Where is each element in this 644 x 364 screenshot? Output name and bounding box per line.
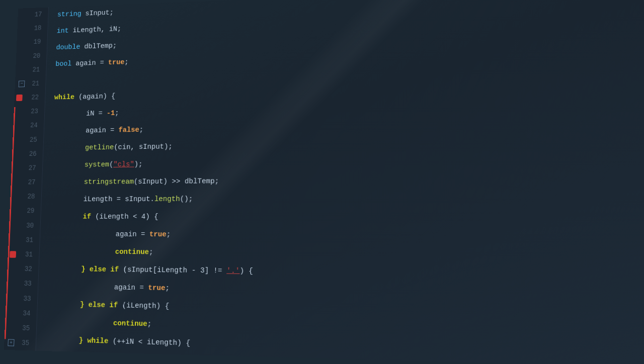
line-num-21-blank: 21 — [16, 62, 47, 77]
code-editor: 17 18 19 20 21 − 21 22 23 24 25 26 27 27 — [4, 0, 644, 364]
token-kw-continue2: continue — [46, 313, 147, 333]
token-plain: iN = — [53, 105, 107, 123]
line-num-33a: 33 — [7, 276, 38, 291]
token-plain: ; — [139, 122, 143, 139]
token-plain: ); — [134, 156, 143, 173]
editor-window: 17 18 19 20 21 − 21 22 23 24 25 26 27 27 — [0, 0, 644, 364]
fold-icon[interactable]: − — [19, 80, 25, 87]
token-plain: iLength = sInput. — [50, 191, 154, 208]
token-plain: again = — [53, 122, 119, 140]
code-line-27b: if (iLength < 4) { — [50, 208, 644, 227]
token-plain: ) { — [239, 262, 253, 281]
token-plain: (iLength) { — [118, 297, 170, 316]
token-plain — [48, 260, 82, 279]
code-content: string sInput; int iLength, iN; double d… — [36, 0, 644, 364]
token-kw-continue: continue — [48, 243, 149, 262]
token-fn: stringstream — [84, 173, 134, 191]
line-num-31a: 31 — [8, 233, 40, 247]
token-val: true — [108, 54, 125, 71]
token-plain: again = — [49, 226, 149, 244]
token-plain — [45, 331, 79, 350]
line-num-35b: + 35 — [4, 335, 36, 350]
token-str: "cls" — [113, 156, 134, 174]
line-num-18: 18 — [17, 21, 48, 36]
breakpoint-marker-31[interactable] — [10, 251, 16, 258]
token-val: true — [148, 280, 166, 298]
token-plain: sInput; — [81, 5, 114, 22]
token-plain: (sInput[iLength - 3] != — [119, 261, 227, 281]
token-fn: isdigit — [129, 351, 159, 364]
line-num-34: 34 — [5, 306, 37, 321]
token-plain: (again) { — [74, 88, 115, 106]
token-plain: again = — [71, 55, 109, 72]
token-val: true — [149, 226, 167, 243]
line-num-25: 25 — [13, 132, 44, 147]
token-plain: ; — [147, 315, 151, 333]
token-kw-elseif2: } else if — [46, 296, 118, 315]
token-plain: (iLength < 4) { — [91, 208, 158, 226]
token-plain: ; — [166, 226, 171, 244]
token-kw-elseif: } else if — [81, 261, 119, 279]
token-plain: (sInput[iN])) { — [159, 352, 225, 364]
line-num-32: 32 — [7, 261, 39, 277]
token-plain: dblTemp; — [80, 38, 117, 55]
token-fn: getline — [85, 139, 114, 157]
line-num-22: 22 — [14, 90, 45, 105]
token-type: double — [56, 39, 80, 56]
token-str: '.' — [226, 262, 240, 281]
token-plain: ( — [120, 351, 129, 364]
token-plain: (cin, sInput); — [114, 138, 173, 156]
token-type: bool — [55, 56, 72, 73]
line-num-28: 28 — [10, 190, 42, 204]
token-type: string — [57, 6, 82, 23]
token-plain: (++iN < iLength) { — [108, 333, 191, 353]
line-num-20: 20 — [16, 49, 47, 63]
line-num-33b: 33 — [6, 291, 38, 306]
line-num-19: 19 — [17, 35, 47, 49]
token-plain — [51, 174, 84, 192]
line-num-35a: 35 — [5, 320, 37, 336]
line-num-27b: 27 — [11, 175, 42, 190]
token-plain: ; — [115, 105, 119, 122]
fold-icon-35[interactable]: + — [8, 339, 14, 346]
token-plain — [51, 157, 85, 174]
token-plain — [52, 140, 86, 157]
token-type: int — [56, 23, 69, 40]
line-num-26: 26 — [12, 147, 43, 161]
token-plain — [44, 349, 112, 364]
token-kw-if2: if — [112, 351, 121, 364]
token-val: -1 — [106, 105, 115, 122]
token-plain: (sInput) >> dblTemp; — [133, 173, 219, 191]
code-line-27a: iLength = sInput.length(); — [50, 189, 644, 208]
line-num-24: 24 — [13, 118, 44, 133]
token-plain: ; — [124, 54, 129, 71]
line-num-30: 30 — [9, 218, 41, 233]
token-plain: ; — [149, 244, 153, 261]
token-plain: (); — [180, 191, 193, 208]
token-plain: again = — [47, 278, 148, 297]
line-num-17: 17 — [18, 7, 48, 22]
token-kw-while2: } while — [78, 332, 109, 350]
line-num-31b: 31 — [8, 247, 39, 262]
token-val: false — [118, 122, 139, 139]
token-plain: ; — [165, 280, 170, 298]
line-num-23: 23 — [14, 104, 45, 119]
breakpoint-marker-22[interactable] — [16, 95, 23, 101]
line-num-21: − 21 — [15, 76, 46, 91]
line-num-29: 29 — [10, 204, 41, 218]
token-kw-while: while — [54, 89, 74, 106]
token-fn: system — [84, 156, 109, 174]
token-kw-if: if — [50, 209, 92, 226]
line-num-27a: 27 — [11, 161, 42, 175]
token-plain: iLength, iN; — [68, 21, 122, 40]
token-fn: length — [154, 191, 181, 208]
